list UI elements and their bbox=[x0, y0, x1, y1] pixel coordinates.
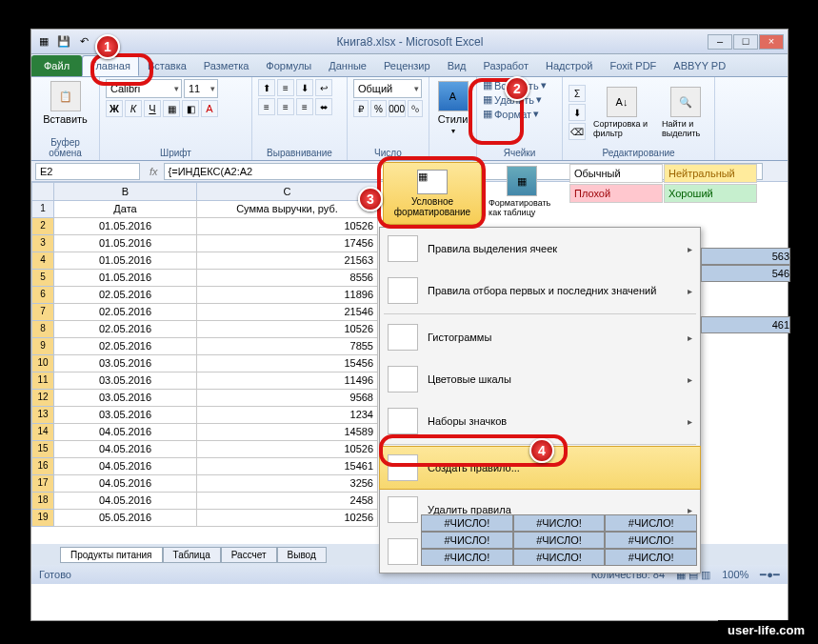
data-cell[interactable]: 8556 bbox=[197, 270, 378, 287]
number-format[interactable]: Общий bbox=[353, 79, 422, 98]
tab-formulas[interactable]: Формулы bbox=[257, 55, 320, 76]
zoom-level[interactable]: 100% bbox=[722, 569, 748, 580]
tab-dev[interactable]: Разработ bbox=[475, 55, 537, 76]
data-cell[interactable]: 2458 bbox=[197, 493, 378, 510]
cell-error[interactable]: #ЧИСЛО! bbox=[605, 514, 697, 532]
fx-icon[interactable]: fx bbox=[150, 166, 158, 177]
data-cell[interactable]: 04.05.2016 bbox=[54, 441, 197, 458]
data-cell[interactable]: 10526 bbox=[197, 321, 378, 338]
merge-button[interactable]: ⬌ bbox=[315, 98, 332, 115]
row-header[interactable]: 14 bbox=[31, 424, 54, 441]
paste-button[interactable]: 📋Вставить bbox=[37, 79, 93, 127]
data-cell[interactable]: 01.05.2016 bbox=[54, 218, 197, 235]
data-cell[interactable]: 9568 bbox=[197, 390, 378, 407]
autosum-button[interactable]: Σ bbox=[569, 85, 586, 102]
fontcolor-button[interactable]: A bbox=[201, 100, 218, 117]
menu-color-scales[interactable]: Цветовые шкалы▸ bbox=[380, 358, 700, 400]
data-cell[interactable]: 15456 bbox=[197, 355, 378, 372]
align-top[interactable]: ⬆ bbox=[258, 79, 275, 96]
cell-error[interactable]: #ЧИСЛО! bbox=[513, 549, 606, 566]
sheet-tab-2[interactable]: Таблица bbox=[163, 547, 221, 563]
row-header[interactable]: 13 bbox=[31, 407, 54, 424]
data-cell[interactable]: 01.05.2016 bbox=[54, 252, 197, 270]
percent-button[interactable]: % bbox=[370, 100, 386, 117]
data-cell[interactable]: 21563 bbox=[197, 252, 378, 270]
data-cell[interactable]: 04.05.2016 bbox=[54, 493, 197, 510]
wrap-button[interactable]: ↩ bbox=[315, 79, 332, 96]
clear-button[interactable]: ⌫ bbox=[569, 123, 586, 140]
select-all-corner[interactable] bbox=[31, 182, 54, 201]
tab-insert[interactable]: Вставка bbox=[139, 55, 195, 76]
row-header[interactable]: 18 bbox=[31, 493, 54, 510]
cell-error[interactable]: #ЧИСЛО! bbox=[605, 549, 697, 566]
data-cell[interactable]: 10526 bbox=[197, 218, 378, 235]
undo-icon[interactable]: ↶ bbox=[75, 33, 92, 50]
align-center[interactable]: ≡ bbox=[277, 98, 294, 115]
name-box[interactable]: E2 bbox=[35, 163, 140, 180]
cell-error[interactable]: #ЧИСЛО! bbox=[421, 514, 513, 532]
underline-button[interactable]: Ч bbox=[144, 100, 161, 117]
data-cell[interactable]: 17456 bbox=[197, 235, 378, 252]
cell-error[interactable]: #ЧИСЛО! bbox=[421, 532, 513, 549]
data-cell[interactable]: 03.05.2016 bbox=[54, 407, 197, 424]
col-b-header[interactable]: B bbox=[54, 182, 197, 201]
menu-top-bottom-rules[interactable]: Правила отбора первых и последних значен… bbox=[380, 270, 700, 312]
tab-data[interactable]: Данные bbox=[320, 55, 375, 76]
style-good[interactable]: Хороший bbox=[664, 184, 757, 203]
currency-button[interactable]: ₽ bbox=[353, 100, 369, 117]
data-cell[interactable]: 11896 bbox=[197, 287, 378, 304]
row-header[interactable]: 6 bbox=[31, 287, 54, 304]
row-header[interactable]: 11 bbox=[31, 372, 54, 390]
tab-addins[interactable]: Надстрой bbox=[537, 55, 601, 76]
comma-button[interactable]: 000 bbox=[389, 100, 406, 117]
data-cell[interactable]: 01.05.2016 bbox=[54, 235, 197, 252]
cell-extra[interactable]: 546 bbox=[701, 265, 790, 282]
col-c-header[interactable]: C bbox=[197, 182, 378, 201]
align-bot[interactable]: ⬇ bbox=[296, 79, 313, 96]
style-neutral[interactable]: Нейтральный bbox=[664, 164, 757, 183]
format-cells[interactable]: ▦ Формат ▾ bbox=[483, 108, 556, 120]
menu-icon-sets[interactable]: Наборы значков▸ bbox=[380, 400, 700, 442]
sheet-tab-4[interactable]: Вывод bbox=[277, 547, 327, 563]
data-cell[interactable]: 3256 bbox=[197, 475, 378, 493]
zoom-slider[interactable]: ━●━ bbox=[760, 569, 780, 581]
align-right[interactable]: ≡ bbox=[296, 98, 313, 115]
italic-button[interactable]: К bbox=[125, 100, 142, 117]
save-icon[interactable]: 💾 bbox=[55, 33, 72, 50]
row-header[interactable]: 4 bbox=[31, 252, 54, 270]
data-cell[interactable]: 11496 bbox=[197, 372, 378, 390]
row-header[interactable]: 1 bbox=[31, 201, 54, 218]
data-cell[interactable]: 04.05.2016 bbox=[54, 424, 197, 441]
tab-foxit[interactable]: Foxit PDF bbox=[601, 55, 665, 76]
row-header[interactable]: 17 bbox=[31, 475, 54, 493]
maximize-button[interactable]: □ bbox=[733, 34, 758, 50]
menu-data-bars[interactable]: Гистограммы▸ bbox=[380, 316, 700, 358]
conditional-formatting-button[interactable]: ▦ Условное форматирование bbox=[383, 162, 482, 225]
tab-layout[interactable]: Разметка bbox=[195, 55, 258, 76]
data-cell[interactable]: 01.05.2016 bbox=[54, 270, 197, 287]
tab-review[interactable]: Рецензир bbox=[375, 55, 439, 76]
row-header[interactable]: 8 bbox=[31, 321, 54, 338]
tab-abbyy[interactable]: ABBYY PD bbox=[665, 55, 734, 76]
fill-button[interactable]: ◧ bbox=[182, 100, 199, 117]
sheet-tab-3[interactable]: Рассчет bbox=[221, 547, 277, 563]
font-name[interactable]: Calibri bbox=[106, 79, 182, 98]
data-cell[interactable]: 02.05.2016 bbox=[54, 321, 197, 338]
data-cell[interactable]: 04.05.2016 bbox=[54, 475, 197, 493]
row-header[interactable]: 9 bbox=[31, 338, 54, 355]
data-cell[interactable]: 10526 bbox=[197, 441, 378, 458]
menu-highlight-rules[interactable]: Правила выделения ячеек▸ bbox=[380, 228, 700, 270]
data-cell[interactable]: 15461 bbox=[197, 458, 378, 475]
row-header[interactable]: 12 bbox=[31, 390, 54, 407]
cell-error[interactable]: #ЧИСЛО! bbox=[605, 532, 697, 549]
inc-dec-button[interactable]: ⁰₀ bbox=[408, 100, 423, 117]
row-header[interactable]: 2 bbox=[31, 218, 54, 235]
minimize-button[interactable]: – bbox=[708, 34, 732, 50]
sheet-tab-1[interactable]: Продукты питания bbox=[60, 547, 163, 563]
style-bad[interactable]: Плохой bbox=[569, 184, 663, 203]
data-cell[interactable]: 03.05.2016 bbox=[54, 355, 197, 372]
align-left[interactable]: ≡ bbox=[258, 98, 275, 115]
bold-button[interactable]: Ж bbox=[106, 100, 123, 117]
row-header[interactable]: 5 bbox=[31, 270, 54, 287]
find-button[interactable]: 🔍Найти и выделить bbox=[658, 85, 713, 140]
